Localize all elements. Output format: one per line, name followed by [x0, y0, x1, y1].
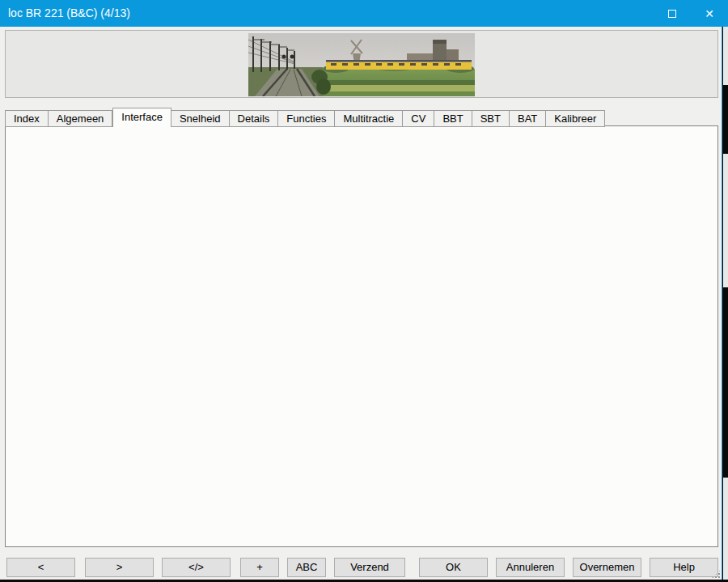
next-button[interactable]: >: [85, 558, 154, 577]
background-app-strip: [723, 27, 728, 580]
interface-tab-panel: [5, 125, 718, 547]
annuleren-button[interactable]: Annuleren: [496, 558, 565, 577]
tab-cv[interactable]: CV: [403, 110, 434, 127]
verzend-button[interactable]: Verzend: [334, 558, 405, 577]
abc-button[interactable]: ABC: [287, 558, 326, 577]
maximize-icon: [668, 10, 676, 18]
overnemen-button[interactable]: Overnemen: [573, 558, 641, 577]
tab-bat[interactable]: BAT: [510, 110, 546, 127]
tab-sbt[interactable]: SBT: [472, 110, 510, 127]
tab-bar: Index Algemeen Interface Snelheid Detail…: [5, 108, 605, 127]
banner-panel: [5, 30, 718, 98]
window-title: loc BR 221 (B&C) (4/13): [8, 0, 130, 27]
help-button[interactable]: Help: [650, 558, 718, 577]
ok-button[interactable]: OK: [419, 558, 488, 577]
tab-bbt[interactable]: BBT: [434, 110, 472, 127]
xml-button[interactable]: </>: [162, 558, 231, 577]
close-button[interactable]: ✕: [691, 0, 728, 27]
screen: loc BR 221 (B&C) (4/13) ✕: [0, 0, 728, 582]
tab-functies[interactable]: Functies: [278, 110, 335, 127]
close-icon: ✕: [705, 8, 714, 19]
locomotive-photo: [248, 33, 475, 96]
prev-button[interactable]: <: [6, 558, 75, 577]
dialog-window: Index Algemeen Interface Snelheid Detail…: [0, 27, 722, 580]
tab-index[interactable]: Index: [5, 110, 49, 127]
tab-multitractie[interactable]: Multitractie: [335, 110, 403, 127]
tab-kalibreer[interactable]: Kalibreer: [546, 110, 605, 127]
add-button[interactable]: +: [240, 558, 279, 577]
tab-snelheid[interactable]: Snelheid: [171, 110, 230, 127]
tab-interface[interactable]: Interface: [112, 108, 171, 127]
title-bar[interactable]: loc BR 221 (B&C) (4/13) ✕: [0, 0, 728, 27]
maximize-button[interactable]: [654, 0, 691, 27]
tab-details[interactable]: Details: [230, 110, 279, 127]
tab-algemeen[interactable]: Algemeen: [49, 110, 113, 127]
